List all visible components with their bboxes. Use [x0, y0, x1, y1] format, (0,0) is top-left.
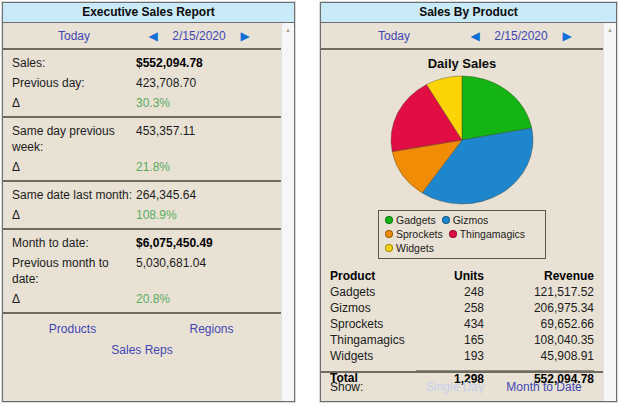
- metric-row: Δ108.9%: [3, 205, 281, 225]
- metric-row: Δ30.3%: [3, 93, 281, 113]
- cell-product: Product: [330, 268, 416, 284]
- metric-value: 264,345.64: [136, 187, 281, 203]
- metric-section: Sales:$552,094.78Previous day:423,708.70…: [3, 50, 281, 118]
- metric-label: Δ: [12, 291, 136, 307]
- metric-row: Same date last month:264,345.64: [3, 185, 281, 205]
- executive-sales-report-panel: Executive Sales Report Today ◀ 2/15/2020…: [2, 2, 295, 402]
- metric-section: Same date last month:264,345.64Δ108.9%: [3, 182, 281, 230]
- next-day-arrow-icon[interactable]: ▶: [237, 30, 253, 42]
- sales-reps-link[interactable]: Sales Reps: [111, 343, 172, 357]
- metric-label: Δ: [12, 207, 136, 223]
- table-row: Widgets19345,908.91: [330, 348, 594, 364]
- metric-row: Previous day:423,708.70: [3, 73, 281, 93]
- right-panel-scrollbar[interactable]: ▲: [603, 23, 616, 401]
- pie-chart-legend: GadgetsGizmosSprocketsThingamagicsWidget…: [378, 210, 546, 259]
- regions-link[interactable]: Regions: [142, 322, 281, 336]
- metric-delta-value: 30.3%: [136, 95, 281, 111]
- metric-label: Previous day:: [12, 75, 136, 91]
- legend-item-sprockets: Sprockets: [385, 227, 443, 241]
- metric-label: Same date last month:: [12, 187, 136, 203]
- legend-item-gadgets: Gadgets: [385, 213, 436, 227]
- today-link[interactable]: Today: [3, 29, 145, 43]
- cell-units: 248: [416, 284, 484, 300]
- show-toggle-row: Show: Single Day Month to Date: [321, 371, 603, 401]
- panel-title: Sales By Product: [321, 3, 616, 23]
- date-navigation: Today ◀ 2/15/2020 ▶: [321, 23, 603, 50]
- metric-value: 423,708.70: [136, 75, 281, 91]
- daily-sales-pie-chart: [382, 72, 542, 208]
- metric-delta-value: 20.8%: [136, 291, 281, 307]
- sales-by-product-panel: Sales By Product Today ◀ 2/15/2020 ▶ Dai…: [320, 2, 617, 402]
- metric-label: Month to date:: [12, 235, 136, 251]
- metric-row: Δ20.8%: [3, 289, 281, 309]
- cell-units: 258: [416, 300, 484, 316]
- metric-delta-value: 21.8%: [136, 159, 281, 175]
- legend-item-gizmos: Gizmos: [442, 213, 489, 227]
- legend-label: Gizmos: [453, 213, 489, 227]
- cell-units: Units: [416, 268, 484, 284]
- table-row: Thingamagics165108,040.35: [330, 332, 594, 348]
- cell-product: Gadgets: [330, 284, 416, 300]
- metric-value: $6,075,450.49: [136, 235, 281, 251]
- cell-revenue: 206,975.34: [484, 300, 594, 316]
- metric-value: 453,357.11: [136, 123, 281, 155]
- table-header-row: ProductUnitsRevenue: [330, 268, 594, 284]
- cell-revenue: 45,908.91: [484, 348, 594, 364]
- metric-label: Δ: [12, 95, 136, 111]
- metric-delta-value: 108.9%: [136, 207, 281, 223]
- single-day-link[interactable]: Single Day: [416, 380, 494, 394]
- cell-revenue: 108,040.35: [484, 332, 594, 348]
- cell-product: Sprockets: [330, 316, 416, 332]
- legend-dot-icon: [385, 230, 393, 238]
- table-row: Sprockets43469,652.66: [330, 316, 594, 332]
- cell-revenue: Revenue: [484, 268, 594, 284]
- table-row: Gadgets248121,517.52: [330, 284, 594, 300]
- chart-title: Daily Sales: [321, 56, 603, 71]
- previous-day-arrow-icon[interactable]: ◀: [467, 30, 483, 42]
- metric-label: Δ: [12, 159, 136, 175]
- cell-product: Widgets: [330, 348, 416, 364]
- scroll-up-icon[interactable]: ▲: [282, 23, 294, 33]
- table-row: Gizmos258206,975.34: [330, 300, 594, 316]
- metric-row: Sales:$552,094.78: [3, 53, 281, 73]
- metric-value: 5,030,681.04: [136, 255, 281, 287]
- cell-units: 165: [416, 332, 484, 348]
- cell-revenue: 69,652.66: [484, 316, 594, 332]
- legend-dot-icon: [442, 216, 450, 224]
- cell-units: 193: [416, 348, 484, 364]
- metric-row: Same day previous week:453,357.11: [3, 121, 281, 157]
- date-navigation: Today ◀ 2/15/2020 ▶: [3, 23, 281, 50]
- month-to-date-link[interactable]: Month to Date: [494, 380, 594, 394]
- next-day-arrow-icon[interactable]: ▶: [559, 30, 575, 42]
- selected-date[interactable]: 2/15/2020: [161, 29, 237, 43]
- cell-product: Thingamagics: [330, 332, 416, 348]
- metric-section: Month to date:$6,075,450.49Previous mont…: [3, 230, 281, 314]
- product-table: ProductUnitsRevenueGadgets248121,517.52G…: [330, 268, 594, 387]
- previous-day-arrow-icon[interactable]: ◀: [145, 30, 161, 42]
- legend-label: Sprockets: [396, 227, 443, 241]
- cell-revenue: 121,517.52: [484, 284, 594, 300]
- legend-label: Widgets: [396, 241, 434, 255]
- legend-dot-icon: [385, 216, 393, 224]
- scroll-up-icon[interactable]: ▲: [604, 23, 616, 33]
- metric-label: Previous month to date:: [12, 255, 136, 287]
- metric-row: Month to date:$6,075,450.49: [3, 233, 281, 253]
- cell-units: 434: [416, 316, 484, 332]
- left-panel-scrollbar[interactable]: ▲: [281, 23, 294, 401]
- metric-row: Δ21.8%: [3, 157, 281, 177]
- metric-row: Previous month to date:5,030,681.04: [3, 253, 281, 289]
- report-links: Products Regions: [3, 314, 281, 336]
- legend-label: Gadgets: [396, 213, 436, 227]
- metric-label: Same day previous week:: [12, 123, 136, 155]
- products-link[interactable]: Products: [3, 322, 142, 336]
- selected-date[interactable]: 2/15/2020: [483, 29, 559, 43]
- today-link[interactable]: Today: [321, 29, 467, 43]
- legend-item-thingamagics: Thingamagics: [449, 227, 525, 241]
- legend-dot-icon: [449, 230, 457, 238]
- cell-product: Gizmos: [330, 300, 416, 316]
- panel-title: Executive Sales Report: [3, 3, 294, 23]
- legend-label: Thingamagics: [460, 227, 525, 241]
- metric-label: Sales:: [12, 55, 136, 71]
- legend-item-widgets: Widgets: [385, 241, 434, 255]
- metric-section: Same day previous week:453,357.11Δ21.8%: [3, 118, 281, 182]
